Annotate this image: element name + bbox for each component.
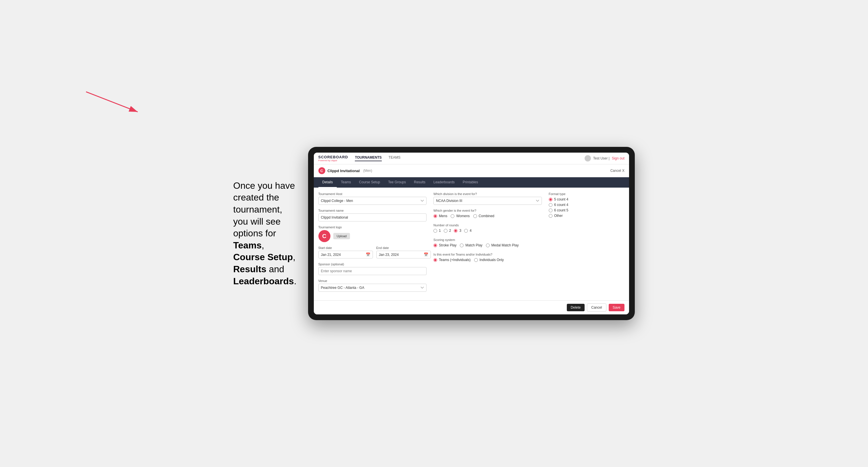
- tab-teams[interactable]: Teams: [337, 177, 355, 188]
- tab-tee-groups[interactable]: Tee Groups: [384, 177, 410, 188]
- upload-button[interactable]: Upload: [333, 233, 350, 239]
- round2-radio[interactable]: [444, 229, 447, 232]
- top-nav: SCOREBOARD Powered by clippd TOURNAMENTS…: [314, 153, 629, 164]
- round3-row: 3: [454, 229, 461, 232]
- tablet-screen: SCOREBOARD Powered by clippd TOURNAMENTS…: [314, 153, 629, 314]
- teams-plus-radio[interactable]: [433, 258, 437, 262]
- stroke-play-radio[interactable]: [433, 244, 437, 247]
- stroke-play-label: Stroke Play: [439, 243, 456, 247]
- tab-details[interactable]: Details: [318, 177, 337, 188]
- gender-combined-radio[interactable]: [473, 214, 477, 218]
- gender-womens-label: Womens: [456, 214, 470, 218]
- tournament-name: Clippd Invitational: [328, 169, 360, 173]
- round3-radio[interactable]: [454, 229, 458, 232]
- delete-button[interactable]: Delete: [567, 304, 585, 311]
- tab-printables[interactable]: Printables: [459, 177, 482, 188]
- venue-select[interactable]: Peachtree GC - Atlanta - GA: [318, 284, 427, 292]
- user-label: Test User |: [593, 156, 610, 160]
- nav-tournaments[interactable]: TOURNAMENTS: [355, 155, 381, 161]
- teams-individuals-label: Is this event for Teams and/or Individua…: [433, 253, 542, 256]
- start-date-input-row[interactable]: 📅: [318, 251, 373, 258]
- format-6count5-label: 6 count 5: [554, 208, 568, 212]
- nav-teams[interactable]: TEAMS: [389, 155, 400, 161]
- sponsor-group: Sponsor (optional): [318, 262, 427, 275]
- individuals-only-label: Individuals Only: [479, 258, 504, 262]
- start-date-input[interactable]: [321, 253, 364, 257]
- medal-match-play-radio[interactable]: [486, 244, 490, 247]
- svg-line-1: [86, 92, 138, 112]
- round4-radio[interactable]: [464, 229, 468, 232]
- individuals-only-radio[interactable]: [474, 258, 478, 262]
- logo-big-c: C: [318, 230, 331, 242]
- round4-row: 4: [464, 229, 472, 232]
- tournament-header: C Clippd Invitational (Men) Cancel X: [314, 164, 629, 177]
- form-col-3: Format type 5 count 4 6 count 4 6 count …: [549, 192, 624, 296]
- match-play-radio[interactable]: [460, 244, 464, 247]
- dates-row: Start date 📅 End date 📅: [318, 246, 427, 262]
- division-select[interactable]: NCAA Division III: [433, 197, 542, 205]
- signout-link[interactable]: Sign out: [612, 156, 624, 160]
- gender-mens-row: Mens: [433, 214, 447, 218]
- annotation-line2: created the: [233, 192, 279, 203]
- annotation-course-setup: Course Setup: [233, 252, 293, 262]
- teams-individuals-group: Is this event for Teams and/or Individua…: [433, 253, 542, 263]
- cancel-button[interactable]: Cancel: [587, 304, 606, 312]
- scoring-label: Scoring system: [433, 238, 542, 242]
- tournament-subtitle: (Men): [363, 169, 372, 173]
- venue-label: Venue: [318, 279, 427, 283]
- form-col-2: Which division is the event for? NCAA Di…: [433, 192, 542, 296]
- gender-combined-label: Combined: [479, 214, 495, 218]
- gender-label: Which gender is the event for?: [433, 209, 542, 212]
- division-group: Which division is the event for? NCAA Di…: [433, 192, 542, 205]
- start-date-label: Start date: [318, 246, 373, 250]
- annotation-block: Once you have created the tournament, yo…: [233, 180, 297, 287]
- format-5count4-radio[interactable]: [549, 198, 553, 201]
- logo-sub: Powered by clippd: [318, 159, 348, 162]
- end-date-input[interactable]: [379, 253, 422, 257]
- tab-leaderboards[interactable]: Leaderboards: [429, 177, 459, 188]
- format-other-row: Other: [549, 214, 624, 218]
- logo-group: Tournament logo C Upload: [318, 225, 427, 242]
- tournament-name-label: Tournament name: [318, 209, 427, 212]
- round1-label: 1: [439, 229, 441, 232]
- gender-womens-radio[interactable]: [451, 214, 454, 218]
- tournament-name-input[interactable]: [318, 213, 427, 221]
- cancel-header-btn[interactable]: Cancel X: [611, 169, 624, 173]
- format-5count4-row: 5 count 4: [549, 197, 624, 201]
- format-6count4-radio[interactable]: [549, 203, 553, 207]
- scoring-radios: Stroke Play Match Play Medal Match Play: [433, 243, 542, 249]
- stroke-play-row: Stroke Play: [433, 243, 456, 247]
- host-label: Tournament Host: [318, 192, 427, 196]
- format-6count5-radio[interactable]: [549, 209, 553, 212]
- save-button[interactable]: Save: [609, 304, 624, 311]
- format-other-radio[interactable]: [549, 214, 553, 218]
- annotation-comma2: ,: [293, 252, 296, 262]
- gender-womens-row: Womens: [451, 214, 470, 218]
- annotation-line4: you will see: [233, 216, 281, 227]
- annotation-line5: options for: [233, 228, 276, 238]
- round3-label: 3: [459, 229, 461, 232]
- match-play-row: Match Play: [460, 243, 482, 247]
- rounds-group: Number of rounds 1 2: [433, 223, 542, 234]
- gender-mens-radio[interactable]: [433, 214, 437, 218]
- end-date-input-row[interactable]: 📅: [376, 251, 431, 258]
- end-date-label: End date: [376, 246, 431, 250]
- annotation-and: and: [267, 264, 284, 274]
- sponsor-input[interactable]: [318, 267, 427, 275]
- rounds-label: Number of rounds: [433, 223, 542, 227]
- round4-label: 4: [470, 229, 472, 232]
- gender-combined-row: Combined: [473, 214, 495, 218]
- form-content: Tournament Host Clippd College - Men Tou…: [314, 188, 629, 300]
- host-select[interactable]: Clippd College - Men: [318, 197, 427, 205]
- end-date-group: End date 📅: [376, 246, 431, 258]
- tab-course-setup[interactable]: Course Setup: [355, 177, 384, 188]
- tab-results[interactable]: Results: [410, 177, 429, 188]
- tournament-title-row: C Clippd Invitational (Men): [318, 167, 372, 174]
- teams-plus-label: Teams (+Individuals): [439, 258, 470, 262]
- individuals-only-row: Individuals Only: [474, 258, 504, 262]
- gender-group: Which gender is the event for? Mens Wome…: [433, 209, 542, 219]
- format-label: Format type: [549, 192, 624, 196]
- gender-radios: Mens Womens Combined: [433, 214, 542, 219]
- teams-plus-individuals-row: Teams (+Individuals): [433, 258, 470, 262]
- round1-radio[interactable]: [433, 229, 437, 232]
